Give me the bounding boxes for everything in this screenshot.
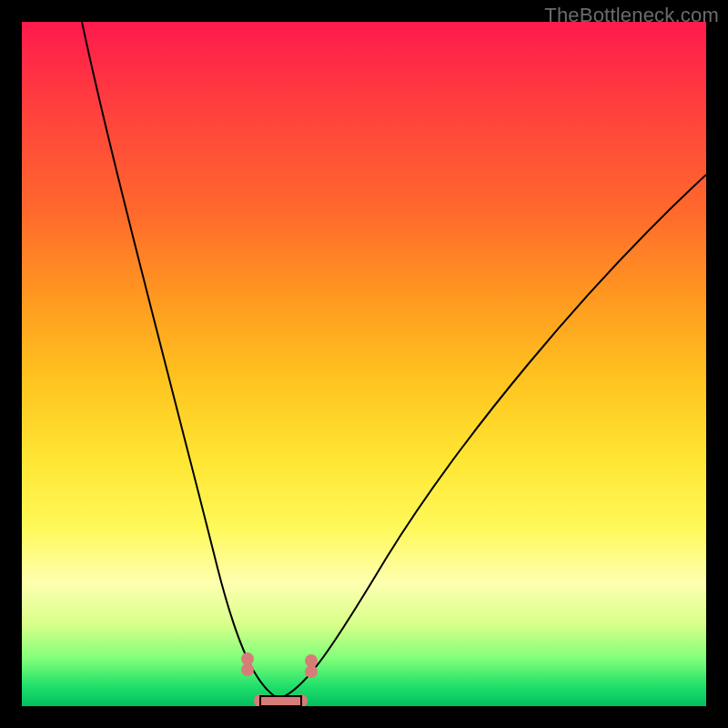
marker-right-bottom — [305, 665, 318, 678]
bottleneck-curve — [22, 22, 706, 706]
marker-right-top — [305, 654, 318, 667]
curve-left-branch — [82, 22, 278, 699]
chart-plot-area — [22, 22, 706, 706]
watermark-text: TheBottleneck.com — [544, 4, 719, 27]
marker-left-top — [241, 652, 254, 665]
marker-bottom-bar — [260, 696, 301, 706]
marker-left-bottom — [241, 663, 254, 676]
curve-right-branch — [278, 175, 706, 699]
